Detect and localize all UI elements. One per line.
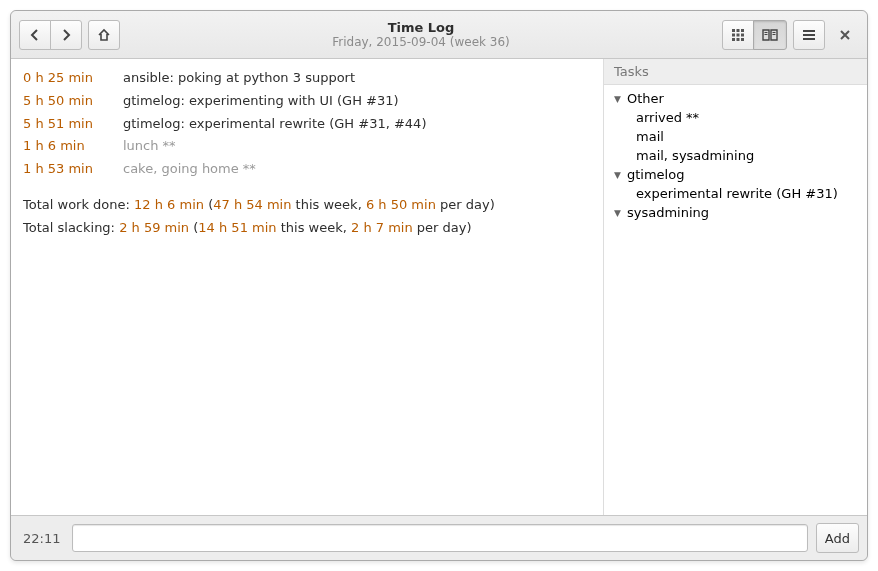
svg-rect-1	[737, 29, 740, 32]
expander-icon: ▼	[614, 94, 624, 104]
task-item[interactable]: arrived **	[604, 108, 867, 127]
svg-rect-8	[741, 38, 744, 41]
per-day-text2: per day)	[413, 220, 472, 235]
entry-duration: 5 h 51 min	[23, 113, 123, 136]
tasks-sidebar: Tasks ▼Otherarrived **mailmail, sysadmin…	[603, 59, 867, 515]
svg-rect-7	[737, 38, 740, 41]
back-button[interactable]	[19, 20, 51, 50]
entry-description: gtimelog: experimental rewrite (GH #31, …	[123, 113, 591, 136]
entry-description: cake, going home **	[123, 158, 591, 181]
expander-icon: ▼	[614, 208, 624, 218]
grid-icon	[731, 28, 745, 42]
view-group	[722, 20, 787, 50]
per-day-text: per day)	[436, 197, 495, 212]
log-entry: 5 h 50 mingtimelog: experimenting with U…	[23, 90, 591, 113]
entry-duration: 1 h 53 min	[23, 158, 123, 181]
task-tree: ▼Otherarrived **mailmail, sysadmining▼gt…	[604, 85, 867, 226]
log-entry: 1 h 6 minlunch **	[23, 135, 591, 158]
entry-input[interactable]	[72, 524, 807, 552]
add-button-label: Add	[825, 531, 850, 546]
entry-description: lunch **	[123, 135, 591, 158]
task-group-label: Other	[627, 91, 664, 106]
this-week-text: this week,	[291, 197, 365, 212]
chevron-right-icon	[60, 29, 72, 41]
total-work-week: 47 h 54 min	[213, 197, 291, 212]
book-icon	[762, 29, 778, 41]
task-group[interactable]: ▼Other	[604, 89, 867, 108]
svg-rect-5	[741, 33, 744, 36]
task-item[interactable]: experimental rewrite (GH #31)	[604, 184, 867, 203]
svg-rect-6	[732, 38, 735, 41]
reader-view-button[interactable]	[753, 20, 787, 50]
log-entry: 5 h 51 mingtimelog: experimental rewrite…	[23, 113, 591, 136]
svg-rect-2	[741, 29, 744, 32]
entry-duration: 5 h 50 min	[23, 90, 123, 113]
paren-open2: (	[189, 220, 198, 235]
entry-description: gtimelog: experimenting with UI (GH #31)	[123, 90, 591, 113]
task-group-label: sysadmining	[627, 205, 709, 220]
svg-rect-3	[732, 33, 735, 36]
log-entry: 1 h 53 mincake, going home **	[23, 158, 591, 181]
headerbar: Time Log Friday, 2015-09-04 (week 36)	[11, 11, 867, 59]
svg-rect-4	[737, 33, 740, 36]
entry-description: ansible: poking at python 3 support	[123, 67, 591, 90]
window-subtitle: Friday, 2015-09-04 (week 36)	[126, 35, 716, 49]
totals-block: Total work done: 12 h 6 min (47 h 54 min…	[23, 193, 591, 240]
log-pane: 0 h 25 minansible: poking at python 3 su…	[11, 59, 603, 515]
sidebar-title: Tasks	[604, 59, 867, 85]
paren-open: (	[204, 197, 213, 212]
total-slack-perday: 2 h 7 min	[351, 220, 413, 235]
title-block: Time Log Friday, 2015-09-04 (week 36)	[126, 20, 716, 50]
expander-icon: ▼	[614, 170, 624, 180]
svg-rect-0	[732, 29, 735, 32]
task-item[interactable]: mail	[604, 127, 867, 146]
hamburger-icon	[802, 29, 816, 41]
total-work-label: Total work done:	[23, 197, 134, 212]
menu-button[interactable]	[793, 20, 825, 50]
entry-duration: 1 h 6 min	[23, 135, 123, 158]
task-group[interactable]: ▼gtimelog	[604, 165, 867, 184]
grid-view-button[interactable]	[722, 20, 754, 50]
add-button[interactable]: Add	[816, 523, 859, 553]
nav-group	[19, 20, 82, 50]
total-slack-today: 2 h 59 min	[119, 220, 189, 235]
total-slack-week: 14 h 51 min	[198, 220, 276, 235]
home-button[interactable]	[88, 20, 120, 50]
task-item[interactable]: mail, sysadmining	[604, 146, 867, 165]
home-icon	[97, 28, 111, 42]
content-area: 0 h 25 minansible: poking at python 3 su…	[11, 59, 867, 516]
entry-duration: 0 h 25 min	[23, 67, 123, 90]
window-title: Time Log	[126, 20, 716, 36]
log-entries: 0 h 25 minansible: poking at python 3 su…	[23, 67, 591, 181]
task-group-label: gtimelog	[627, 167, 684, 182]
current-time: 22:11	[19, 531, 64, 546]
total-slack-label: Total slacking:	[23, 220, 119, 235]
task-group[interactable]: ▼sysadmining	[604, 203, 867, 222]
total-work-today: 12 h 6 min	[134, 197, 204, 212]
total-work-line: Total work done: 12 h 6 min (47 h 54 min…	[23, 193, 591, 216]
forward-button[interactable]	[50, 20, 82, 50]
close-button[interactable]	[831, 21, 859, 49]
footer-bar: 22:11 Add	[11, 516, 867, 560]
chevron-left-icon	[29, 29, 41, 41]
close-icon	[839, 29, 851, 41]
log-entry: 0 h 25 minansible: poking at python 3 su…	[23, 67, 591, 90]
this-week-text2: this week,	[277, 220, 351, 235]
total-work-perday: 6 h 50 min	[366, 197, 436, 212]
app-window: Time Log Friday, 2015-09-04 (week 36)	[10, 10, 868, 561]
total-slack-line: Total slacking: 2 h 59 min (14 h 51 min …	[23, 216, 591, 239]
